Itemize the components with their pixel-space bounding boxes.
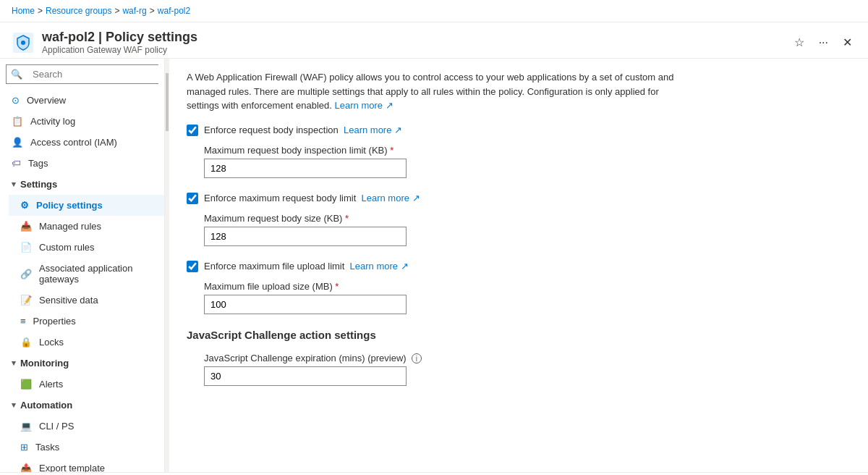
max-body-size-field: Maximum request body size (KB) * [204,213,851,246]
sidebar-item-locks[interactable]: 🔒 Locks [9,332,164,353]
export-template-icon: 📤 [20,463,32,472]
max-body-inspection-label: Maximum request body inspection limit (K… [204,145,851,156]
enforce-body-label[interactable]: Enforce request body inspection Learn mo… [204,125,402,135]
automation-section-header[interactable]: ▾ Automation [0,395,164,416]
svg-point-1 [21,41,25,45]
enforce-body-checkbox-row: Enforce request body inspection Learn mo… [187,125,851,136]
required-marker-3: * [335,281,339,292]
header-text: waf-pol2 | Policy settings Application G… [42,30,197,55]
breadcrumb-waf-rg[interactable]: waf-rg [122,6,146,16]
sidebar-item-assoc-gateways[interactable]: 🔗 Associated application gateways [9,258,164,290]
monitoring-section-header[interactable]: ▾ Monitoring [0,353,164,374]
search-input[interactable] [27,65,160,83]
breadcrumb-home[interactable]: Home [12,6,35,16]
sidebar-item-activity-log[interactable]: 📋 Activity log [0,111,164,132]
search-clear-button[interactable]: ✕ [160,66,165,83]
monitoring-subitems: 🟩 Alerts [0,374,164,395]
enforce-body-inspection-section: Enforce request body inspection Learn mo… [187,125,851,178]
enforce-file-upload-checkbox-row: Enforce maximum file upload limit Learn … [187,261,851,272]
max-file-upload-field: Maximum file upload size (MB) * [204,281,851,314]
max-file-upload-input[interactable] [204,295,407,314]
required-marker: * [390,145,393,156]
learn-more-body-link[interactable]: Learn more ↗ [344,125,402,135]
assoc-gateways-icon: 🔗 [20,269,32,279]
access-control-icon: 👤 [12,137,23,148]
enforce-max-body-checkbox[interactable] [187,193,198,204]
required-marker-2: * [345,213,349,224]
waf-icon [12,31,35,54]
sidebar-item-managed-rules[interactable]: 📥 Managed rules [9,216,164,237]
info-icon[interactable]: i [412,353,422,363]
sidebar: 🔍 ✕ « ⊙ Overview 📋 Activity log 👤 Access… [0,59,165,472]
sidebar-scrollbar [165,59,169,472]
enforce-file-upload-checkbox[interactable] [187,261,198,272]
sidebar-item-properties[interactable]: ≡ Properties [9,311,164,332]
max-body-size-label: Maximum request body size (KB) * [204,213,851,224]
page-subtitle: Application Gateway WAF policy [42,45,197,55]
overview-icon: ⊙ [12,95,20,106]
learn-more-max-body-link[interactable]: Learn more ↗ [361,193,420,203]
sidebar-item-tags[interactable]: 🏷 Tags [0,153,164,174]
learn-more-file-link[interactable]: Learn more ↗ [350,261,409,272]
monitoring-chevron-icon: ▾ [12,358,16,368]
sidebar-item-overview[interactable]: ⊙ Overview [0,90,164,111]
automation-chevron-icon: ▾ [12,400,16,410]
js-challenge-section: JavaScript Challenge action settings Jav… [187,329,851,387]
main-content: A Web Application Firewall (WAF) policy … [169,59,868,472]
sidebar-item-export-template[interactable]: 📤 Export template [9,458,164,472]
max-file-upload-label: Maximum file upload size (MB) * [204,281,851,292]
sidebar-item-cli-ps[interactable]: 💻 CLI / PS [9,416,164,437]
settings-chevron-icon: ▾ [12,180,16,189]
more-options-button[interactable]: ··· [814,33,833,52]
properties-icon: ≡ [20,316,26,327]
max-body-size-input[interactable] [204,227,407,246]
max-body-inspection-field: Maximum request body inspection limit (K… [204,145,851,178]
header-actions: ☆ ··· ✕ [790,33,856,52]
custom-rules-icon: 📄 [20,242,32,253]
search-box: 🔍 ✕ « [6,64,158,84]
sidebar-item-policy-settings[interactable]: ⚙ Policy settings [9,195,164,216]
learn-more-description-link[interactable]: Learn more ↗ [335,100,393,111]
sidebar-item-alerts[interactable]: 🟩 Alerts [9,374,164,395]
search-icon: 🔍 [7,66,27,83]
page-title: waf-pol2 | Policy settings [42,30,197,45]
locks-icon: 🔒 [20,337,32,348]
sidebar-item-tasks[interactable]: ⊞ Tasks [9,437,164,458]
sidebar-item-custom-rules[interactable]: 📄 Custom rules [9,237,164,258]
sidebar-scrollbar-thumb [166,73,169,131]
enforce-max-body-checkbox-row: Enforce maximum request body limit Learn… [187,193,851,204]
automation-subitems: 💻 CLI / PS ⊞ Tasks 📤 Export template [0,416,164,472]
breadcrumb: Home > Resource groups > waf-rg > waf-po… [0,0,868,22]
footer: Save Discard 👤 Give feedback [0,472,868,475]
cli-ps-icon: 💻 [20,421,32,432]
alerts-icon: 🟩 [20,379,32,390]
js-challenge-expiration-field: JavaScript Challenge expiration (mins) (… [204,353,851,387]
settings-section-header[interactable]: ▾ Settings [0,174,164,195]
page-header: waf-pol2 | Policy settings Application G… [0,22,868,59]
enforce-file-upload-section: Enforce maximum file upload limit Learn … [187,261,851,314]
description-text: A Web Application Firewall (WAF) policy … [187,70,693,113]
max-body-inspection-input[interactable] [204,159,407,178]
sidebar-item-access-control[interactable]: 👤 Access control (IAM) [0,132,164,153]
js-challenge-expiration-label: JavaScript Challenge expiration (mins) (… [204,353,851,364]
layout: 🔍 ✕ « ⊙ Overview 📋 Activity log 👤 Access… [0,59,868,472]
breadcrumb-waf-pol2[interactable]: waf-pol2 [158,6,190,16]
managed-rules-icon: 📥 [20,221,32,232]
sidebar-item-sensitive-data[interactable]: 📝 Sensitive data [9,290,164,311]
settings-subitems: ⚙ Policy settings 📥 Managed rules 📄 Cust… [0,195,164,353]
enforce-max-body-label[interactable]: Enforce maximum request body limit Learn… [204,193,420,203]
js-challenge-title: JavaScript Challenge action settings [187,329,851,341]
js-challenge-expiration-input[interactable] [204,366,407,386]
favorite-button[interactable]: ☆ [790,33,809,52]
breadcrumb-resource-groups[interactable]: Resource groups [46,6,111,16]
enforce-max-body-section: Enforce maximum request body limit Learn… [187,193,851,246]
sensitive-data-icon: 📝 [20,295,32,306]
policy-settings-icon: ⚙ [20,200,29,211]
tasks-icon: ⊞ [20,442,28,453]
enforce-body-checkbox[interactable] [187,125,198,136]
enforce-file-upload-label[interactable]: Enforce maximum file upload limit Learn … [204,261,409,272]
activity-log-icon: 📋 [12,116,23,127]
tags-icon: 🏷 [12,158,21,169]
close-button[interactable]: ✕ [838,33,856,52]
